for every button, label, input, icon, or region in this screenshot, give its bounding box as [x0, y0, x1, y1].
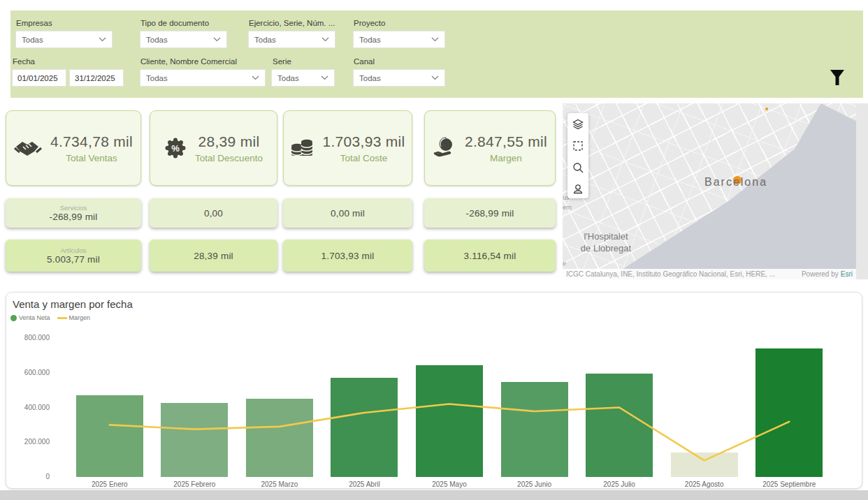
- percent-badge-icon: %: [164, 137, 187, 159]
- breakdown-cell-articulos-ventas[interactable]: Artículos 5.003,77 mil: [6, 240, 141, 272]
- layers-button[interactable]: [572, 118, 584, 131]
- serie-dropdown[interactable]: Todas: [271, 69, 335, 87]
- powered-by-text: Powered by: [802, 270, 839, 278]
- breakdown-value: 1.703,93 mil: [321, 251, 375, 261]
- fecha-desde-value: 01/01/2025: [17, 74, 58, 82]
- breakdown-value: 0,00: [204, 208, 223, 219]
- x-axis-tick-label: 2025 Agosto: [662, 480, 747, 488]
- filter-label-ejercicio: Ejercicio, Serie, Núm. ...: [249, 19, 335, 27]
- kpi-card-margen[interactable]: 2.847,55 mil Margen: [424, 110, 556, 186]
- fecha-hasta-input[interactable]: 31/12/2025: [69, 69, 124, 87]
- kpi-card-total-descuento[interactable]: % 28,39 mil Total Descuento: [150, 110, 277, 186]
- search-button[interactable]: [572, 161, 584, 174]
- breakdown-value: 5.003,77 mil: [47, 254, 100, 265]
- y-axis-tick-label: 0: [10, 473, 50, 480]
- x-axis-tick-label: 2025 Enero: [67, 480, 152, 488]
- cliente-dropdown-value: Todas: [146, 74, 168, 82]
- breakdown-cell-servicios-descuento[interactable]: 0,00: [150, 198, 277, 228]
- breakdown-value: 28,39 mil: [194, 251, 233, 261]
- funnel-icon: [830, 69, 845, 86]
- map-label-barcelona: Barcelona: [704, 176, 816, 189]
- locate-person-button[interactable]: [572, 183, 584, 196]
- handshake-icon: [14, 138, 42, 158]
- chart-legend: Venta Neta Margen: [10, 314, 90, 321]
- filter-bar: Empresas Todas Tipo de documento Todas E…: [10, 10, 863, 98]
- breakdown-value: -268,99 mil: [50, 212, 98, 222]
- breakdown-cell-servicios-ventas[interactable]: Servicios -268,99 mil: [6, 198, 141, 228]
- attribution-text: ICGC Catalunya, INE, Instituto Geográfic…: [566, 270, 775, 278]
- coins-icon: [290, 138, 314, 159]
- filter-funnel-button[interactable]: [828, 68, 846, 87]
- chevron-down-icon: [252, 75, 259, 80]
- proyecto-dropdown-value: Todas: [359, 36, 381, 44]
- hand-pie-icon: [433, 137, 456, 159]
- canvas-gutter-right: [856, 103, 868, 279]
- map-label-line: de Llobregat: [565, 242, 647, 254]
- canvas-gutter-bottom: [0, 490, 868, 500]
- chevron-down-icon: [99, 37, 106, 42]
- y-axis-tick-label: 600.000: [10, 369, 50, 376]
- layers-icon: [572, 119, 584, 130]
- chart-venta-margen: Venta y margen por fecha Venta Neta Marg…: [6, 292, 862, 489]
- chart-title: Venta y margen por fecha: [13, 298, 133, 310]
- map-visual[interactable]: Barcelona l'Hospitalet de Llobregat us e…: [563, 103, 856, 279]
- x-axis-tick-label: 2025 Abril: [321, 480, 407, 488]
- filter-label-empresas: Empresas: [16, 19, 52, 27]
- selection-rect-icon: [572, 140, 584, 152]
- breakdown-cell-servicios-coste[interactable]: 0,00 mil: [283, 198, 412, 228]
- kpi-label: Total Descuento: [195, 153, 263, 163]
- cliente-dropdown[interactable]: Todas: [140, 69, 266, 87]
- y-axis-tick-label: 800.000: [10, 334, 50, 341]
- breakdown-cell-articulos-descuento[interactable]: 28,39 mil: [150, 240, 277, 272]
- filter-label-canal: Canal: [354, 57, 375, 66]
- kpi-label: Total Ventas: [50, 153, 133, 163]
- ejercicio-dropdown[interactable]: Todas: [248, 31, 335, 48]
- filter-label-cliente: Cliente, Nombre Comercial: [140, 57, 237, 66]
- breakdown-value: -268,99 mil: [466, 208, 514, 219]
- y-axis-tick-label: 200.000: [10, 438, 50, 446]
- breakdown-cell-articulos-margen[interactable]: 3.116,54 mil: [424, 240, 556, 272]
- y-axis: 800.000600.000400.000200.0000: [10, 338, 50, 477]
- margen-line[interactable]: [110, 404, 789, 461]
- serie-dropdown-value: Todas: [277, 74, 299, 82]
- empresas-dropdown[interactable]: Todas: [15, 31, 113, 48]
- x-axis-tick-label: 2025 Marzo: [237, 480, 322, 488]
- filter-label-tipo-documento: Tipo de documento: [140, 19, 209, 27]
- filter-label-proyecto: Proyecto: [354, 19, 385, 27]
- map-toolbar: [567, 113, 588, 198]
- esri-link[interactable]: Esri: [841, 270, 853, 278]
- search-icon: [572, 162, 584, 173]
- canal-dropdown-value: Todas: [359, 74, 381, 82]
- kpi-card-total-ventas[interactable]: 4.734,78 mil Total Ventas: [6, 110, 141, 186]
- proyecto-dropdown[interactable]: Todas: [353, 31, 445, 48]
- tipo-documento-dropdown[interactable]: Todas: [140, 31, 227, 48]
- legend-item-venta-neta[interactable]: Venta Neta: [10, 314, 50, 321]
- kpi-value: 4.734,78 mil: [50, 133, 133, 150]
- x-axis-tick-label: 2025 Junio: [492, 480, 577, 488]
- filter-label-fecha: Fecha: [13, 57, 35, 66]
- legend-label: Venta Neta: [19, 314, 50, 321]
- ejercicio-dropdown-value: Todas: [254, 36, 276, 44]
- breakdown-cell-articulos-coste[interactable]: 1.703,93 mil: [283, 240, 412, 272]
- x-axis-tick-label: 2025 Febrero: [152, 480, 237, 488]
- map-point-marker-small[interactable]: [765, 108, 768, 110]
- legend-item-margen[interactable]: Margen: [57, 314, 91, 321]
- person-icon: [572, 184, 584, 195]
- canal-dropdown[interactable]: Todas: [353, 69, 445, 87]
- kpi-value: 2.847,55 mil: [465, 133, 547, 150]
- svg-text:%: %: [171, 143, 180, 154]
- map-label-hospitalet: l'Hospitalet de Llobregat: [565, 230, 647, 254]
- breakdown-cell-servicios-margen[interactable]: -268,99 mil: [424, 198, 556, 228]
- chevron-down-icon: [431, 75, 439, 80]
- fecha-hasta-value: 31/12/2025: [75, 74, 115, 82]
- x-axis: 2025 Enero2025 Febrero2025 Marzo2025 Abr…: [67, 480, 832, 490]
- kpi-card-total-coste[interactable]: 1.703,93 mil Total Coste: [283, 110, 412, 186]
- fecha-desde-input[interactable]: 01/01/2025: [12, 69, 66, 87]
- kpi-value: 28,39 mil: [195, 133, 263, 150]
- margen-line-layer: [67, 338, 832, 477]
- chevron-down-icon: [213, 37, 221, 42]
- selection-button[interactable]: [572, 140, 584, 152]
- kpi-label: Margen: [465, 153, 547, 163]
- kpi-value: 1.703,93 mil: [322, 133, 405, 150]
- legend-label: Margen: [69, 314, 91, 321]
